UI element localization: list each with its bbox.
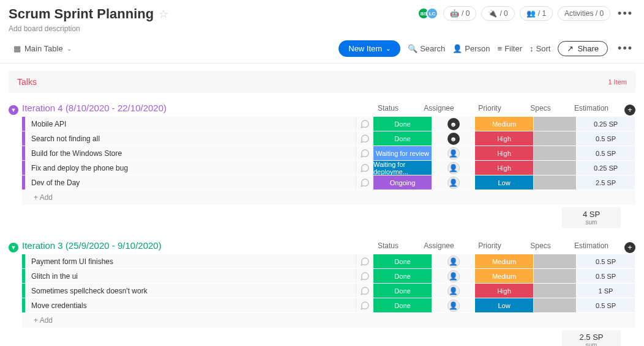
specs-cell[interactable]	[534, 161, 577, 175]
collapse-toggle-icon[interactable]: ▼	[9, 105, 18, 115]
estimation-cell[interactable]: 0.5 SP	[577, 146, 635, 160]
assignee-cell[interactable]: 👤	[432, 146, 475, 160]
item-title[interactable]: Fix and deploy the phone bug	[25, 161, 356, 175]
activities-button[interactable]: Activities / 0	[558, 6, 610, 21]
column-header-assignee[interactable]: Assignee	[417, 103, 460, 117]
status-cell[interactable]: Waiting for deployme...	[373, 161, 432, 175]
conversation-icon[interactable]	[356, 131, 373, 145]
sort-button[interactable]: ↕ Sort	[530, 44, 550, 53]
automations-button[interactable]: 🤖 / 0	[443, 6, 476, 21]
add-column-icon[interactable]: +	[624, 105, 635, 116]
estimation-cell[interactable]: 0.25 SP	[577, 161, 635, 175]
item-title[interactable]: Mobile API	[25, 117, 356, 131]
filter-button[interactable]: ≡ Filter	[498, 44, 522, 53]
conversation-icon[interactable]	[356, 269, 373, 283]
assignee-cell[interactable]: 👤	[432, 284, 475, 298]
assignee-cell[interactable]: ☻	[432, 131, 475, 145]
priority-cell[interactable]: Medium	[475, 254, 534, 268]
item-title[interactable]: Payment form UI finishes	[25, 254, 356, 268]
estimation-cell[interactable]: 0.5 SP	[577, 298, 635, 312]
item-title[interactable]: Sometimes spellcheck doesn't work	[25, 284, 356, 298]
add-item-row[interactable]: + Add	[22, 313, 635, 328]
estimation-cell[interactable]: 0.5 SP	[577, 254, 635, 268]
conversation-icon[interactable]	[356, 298, 373, 312]
table-row[interactable]: Fix and deploy the phone bug Waiting for…	[22, 161, 635, 175]
conversation-icon[interactable]	[356, 146, 373, 160]
priority-cell[interactable]: Low	[475, 298, 534, 312]
table-row[interactable]: Dev of the Day Ongoing 👤 Low 2.5 SP	[22, 175, 635, 190]
new-item-button[interactable]: New Item ⌄	[339, 40, 400, 57]
priority-cell[interactable]: High	[475, 161, 534, 175]
estimation-cell[interactable]: 1 SP	[577, 284, 635, 298]
priority-cell[interactable]: Medium	[475, 269, 534, 283]
column-header-status[interactable]: Status	[359, 103, 417, 117]
item-title[interactable]: Move credentials	[25, 298, 356, 312]
table-row[interactable]: Mobile API Done ☻ Medium 0.25 SP	[22, 117, 635, 131]
assignee-cell[interactable]: 👤	[432, 269, 475, 283]
board-description[interactable]: Add board description	[9, 24, 168, 33]
integrations-button[interactable]: 🔌 / 0	[481, 6, 514, 21]
collapse-toggle-icon[interactable]: ▼	[9, 243, 18, 252]
priority-cell[interactable]: Medium	[475, 117, 534, 131]
specs-cell[interactable]	[534, 284, 577, 298]
estimation-cell[interactable]: 0.25 SP	[577, 117, 635, 131]
members-button[interactable]: 👥 / 1	[520, 6, 553, 21]
conversation-icon[interactable]	[356, 254, 373, 268]
conversation-icon[interactable]	[356, 161, 373, 175]
status-cell[interactable]: Done	[373, 269, 432, 283]
share-button[interactable]: ↗ Share	[558, 41, 608, 56]
add-column-icon[interactable]: +	[624, 242, 635, 253]
column-header-assignee[interactable]: Assignee	[417, 240, 460, 254]
column-header-priority[interactable]: Priority	[460, 103, 519, 117]
table-row[interactable]: Move credentials Done 👤 Low 0.5 SP	[22, 298, 635, 313]
status-cell[interactable]: Done	[373, 254, 432, 268]
group-title[interactable]: Iteration 3 (25/9/2020 - 9/10/2020)	[22, 240, 162, 251]
status-cell[interactable]: Done	[373, 131, 432, 145]
estimation-cell[interactable]: 2.5 SP	[577, 175, 635, 190]
specs-cell[interactable]	[534, 298, 577, 312]
estimation-cell[interactable]: 0.5 SP	[577, 131, 635, 145]
specs-cell[interactable]	[534, 254, 577, 268]
view-selector[interactable]: ▦ Main Table ⌄	[9, 42, 77, 56]
priority-cell[interactable]: High	[475, 131, 534, 145]
status-cell[interactable]: Done	[373, 298, 432, 312]
assignee-cell[interactable]: 👤	[432, 298, 475, 312]
conversation-icon[interactable]	[356, 117, 373, 131]
board-title[interactable]: Scrum Sprint Planning	[9, 6, 154, 22]
favorite-star-icon[interactable]: ☆	[159, 7, 168, 21]
assignee-cell[interactable]: 👤	[432, 161, 475, 175]
table-row[interactable]: Sometimes spellcheck doesn't work Done 👤…	[22, 284, 635, 298]
specs-cell[interactable]	[534, 117, 577, 131]
column-header-status[interactable]: Status	[359, 240, 417, 254]
group-title[interactable]: Iteration 4 (8/10/2020 - 22/10/2020)	[22, 103, 167, 113]
table-row[interactable]: Build for the Windows Store Waiting for …	[22, 146, 635, 161]
column-header-estimation[interactable]: Estimation	[562, 240, 621, 254]
priority-cell[interactable]: High	[475, 146, 534, 160]
column-header-priority[interactable]: Priority	[460, 240, 519, 254]
estimation-cell[interactable]: 0.5 SP	[577, 269, 635, 283]
person-filter-button[interactable]: 👤 Person	[452, 44, 490, 53]
item-title[interactable]: Glitch in the ui	[25, 269, 356, 283]
toolbar-more-icon[interactable]: •••	[615, 42, 635, 55]
column-header-estimation[interactable]: Estimation	[562, 103, 621, 117]
status-cell[interactable]: Ongoing	[373, 175, 432, 190]
table-row[interactable]: Glitch in the ui Done 👤 Medium 0.5 SP	[22, 269, 635, 284]
column-header-specs[interactable]: Specs	[519, 240, 562, 254]
specs-cell[interactable]	[534, 146, 577, 160]
table-row[interactable]: Search not finding all Done ☻ High 0.5 S…	[22, 131, 635, 146]
more-options-icon[interactable]: •••	[615, 7, 635, 20]
assignee-cell[interactable]: ☻	[432, 117, 475, 131]
talks-group-collapsed[interactable]: Talks 1 Item	[9, 71, 635, 93]
add-item-row[interactable]: + Add	[22, 190, 635, 205]
status-cell[interactable]: Waiting for review	[373, 146, 432, 160]
specs-cell[interactable]	[534, 131, 577, 145]
member-avatars[interactable]: BS LC	[417, 7, 438, 20]
column-header-specs[interactable]: Specs	[519, 103, 562, 117]
specs-cell[interactable]	[534, 175, 577, 190]
specs-cell[interactable]	[534, 269, 577, 283]
conversation-icon[interactable]	[356, 284, 373, 298]
item-title[interactable]: Dev of the Day	[25, 175, 356, 190]
table-row[interactable]: Payment form UI finishes Done 👤 Medium 0…	[22, 254, 635, 269]
search-button[interactable]: 🔍 Search	[408, 44, 445, 53]
item-title[interactable]: Build for the Windows Store	[25, 146, 356, 160]
